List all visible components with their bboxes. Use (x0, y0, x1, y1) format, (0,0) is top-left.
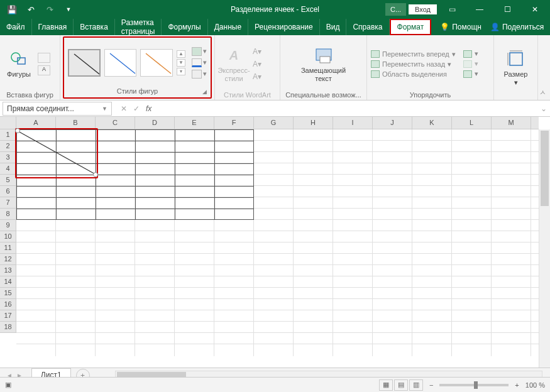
vertical-scrollbar[interactable] (539, 129, 550, 368)
col-header[interactable]: E (175, 117, 214, 129)
alt-text-button[interactable]: Замещающий текст (299, 45, 349, 82)
col-header[interactable]: B (56, 117, 96, 129)
row-header[interactable]: 14 (0, 276, 16, 288)
expand-formula-bar-icon[interactable]: ⌄ (537, 104, 550, 113)
align-button[interactable]: ▾ (463, 50, 478, 58)
diagonal-line-shape[interactable] (17, 130, 96, 175)
col-header[interactable]: G (254, 117, 294, 129)
group-shape-styles: Стили фигур◢ (68, 85, 207, 95)
row-header[interactable]: 11 (0, 242, 16, 254)
gallery-more-icon[interactable]: ▾ (177, 68, 185, 75)
tab-format[interactable]: Формат (390, 19, 432, 35)
cancel-formula-icon[interactable]: ✕ (121, 104, 127, 113)
maximize-icon[interactable]: ☐ (495, 1, 520, 18)
text-box-icon[interactable]: A (38, 65, 50, 75)
tell-me[interactable]: 💡Помощн (440, 23, 481, 31)
selection-pane-button[interactable]: Область выделения (371, 70, 456, 78)
undo-icon[interactable]: ↶ (23, 1, 39, 18)
tab-page-layout[interactable]: Разметка страницы (115, 19, 162, 35)
edit-shape-icon[interactable] (38, 53, 50, 63)
shape-outline-button[interactable]: ▾ (192, 58, 207, 67)
col-header[interactable]: H (294, 117, 333, 129)
gallery-scroll-down-icon[interactable]: ▼ (177, 59, 185, 67)
login-button[interactable]: Вход (409, 4, 437, 14)
zoom-slider[interactable] (439, 384, 509, 386)
formula-input[interactable] (158, 102, 537, 116)
tab-file[interactable]: Файл (0, 19, 32, 35)
tab-view[interactable]: Вид (320, 19, 347, 35)
tab-insert[interactable]: Вставка (74, 19, 115, 35)
col-header[interactable]: M (492, 117, 531, 129)
row-header[interactable]: 1 (0, 129, 16, 141)
tab-formulas[interactable]: Формулы (162, 19, 207, 35)
status-bar: ▣ ▦ ▤ ▥ − + 100 % (0, 377, 550, 392)
col-header[interactable]: I (333, 117, 373, 129)
page-layout-view-icon[interactable]: ▤ (394, 379, 408, 391)
style-thumb-3[interactable] (140, 49, 173, 77)
row-header[interactable]: 16 (0, 299, 16, 310)
record-macro-icon[interactable]: ▣ (5, 381, 11, 389)
formula-bar: Прямая соединит... ▼ ✕ ✓ fx ⌄ (0, 101, 550, 117)
size-button[interactable]: Размер▾ (501, 49, 531, 85)
row-header[interactable]: 7 (0, 197, 16, 209)
rotate-button[interactable]: ▾ (463, 70, 478, 78)
size-icon (506, 49, 526, 69)
row-header[interactable]: 4 (0, 163, 16, 175)
shape-handle-start[interactable] (15, 128, 20, 133)
tab-home[interactable]: Главная (32, 19, 74, 35)
redo-icon[interactable]: ↷ (41, 1, 58, 18)
ribbon-options-icon[interactable]: ▭ (439, 1, 465, 18)
bring-forward-button[interactable]: Переместить вперед ▾ (371, 50, 456, 58)
name-box-dropdown-icon[interactable]: ▼ (102, 106, 107, 112)
row-header[interactable]: 17 (0, 310, 16, 322)
col-header[interactable]: K (412, 117, 452, 129)
page-break-view-icon[interactable]: ▥ (409, 379, 423, 391)
row-header[interactable]: 8 (0, 209, 16, 220)
select-all-button[interactable] (0, 117, 16, 129)
shape-handle-end[interactable] (93, 172, 98, 177)
row-header[interactable]: 2 (0, 141, 16, 152)
qat-customize-icon[interactable]: ▼ (60, 1, 77, 18)
name-box[interactable]: Прямая соединит... ▼ (3, 102, 112, 116)
col-header[interactable]: D (135, 117, 175, 129)
tab-data[interactable]: Данные (208, 19, 248, 35)
col-header[interactable]: F (214, 117, 254, 129)
row-header[interactable]: 9 (0, 220, 16, 231)
gallery-scroll-up-icon[interactable]: ▲ (177, 50, 185, 58)
share-button[interactable]: 👤Поделиться (490, 23, 544, 31)
normal-view-icon[interactable]: ▦ (379, 379, 393, 391)
col-header[interactable]: L (452, 117, 492, 129)
col-header[interactable]: C (96, 117, 135, 129)
row-header[interactable]: 10 (0, 231, 16, 242)
shape-fill-button[interactable]: ▾ (192, 47, 207, 56)
tab-review[interactable]: Рецензирование (248, 19, 320, 35)
collapse-ribbon-icon[interactable]: ㅅ (539, 88, 546, 97)
group-insert-shapes: Вставка фигур (4, 90, 56, 99)
style-thumb-2[interactable] (104, 49, 137, 77)
save-icon[interactable]: 💾 (4, 1, 20, 18)
shape-effects-button[interactable]: ▾ (192, 70, 207, 79)
col-header[interactable]: J (373, 117, 412, 129)
zoom-in-icon[interactable]: + (515, 381, 519, 389)
confirm-formula-icon[interactable]: ✓ (133, 104, 140, 113)
minimize-icon[interactable]: — (467, 1, 492, 18)
zoom-out-icon[interactable]: − (429, 381, 433, 389)
tab-help[interactable]: Справка (346, 19, 389, 35)
row-header[interactable]: 15 (0, 288, 16, 299)
close-icon[interactable]: ✕ (522, 1, 547, 18)
insert-function-icon[interactable]: fx (146, 104, 151, 113)
row-header[interactable]: 13 (0, 265, 16, 276)
row-header[interactable]: 18 (0, 322, 16, 333)
row-header[interactable]: 6 (0, 186, 16, 197)
shapes-button[interactable]: Фигуры (4, 49, 34, 78)
cells-area[interactable] (16, 129, 539, 356)
zoom-level[interactable]: 100 % (525, 381, 545, 389)
style-thumb-1[interactable] (68, 49, 101, 77)
worksheet-grid: A B C D E F G H I J K L M 1 2 3 4 5 6 7 … (0, 117, 550, 368)
shape-styles-launcher-icon[interactable]: ◢ (202, 89, 207, 95)
row-header[interactable]: 3 (0, 152, 16, 163)
row-header[interactable]: 5 (0, 175, 16, 186)
col-header[interactable]: A (16, 117, 56, 129)
send-backward-button[interactable]: Переместить назад ▾ (371, 60, 456, 68)
row-header[interactable]: 12 (0, 254, 16, 265)
